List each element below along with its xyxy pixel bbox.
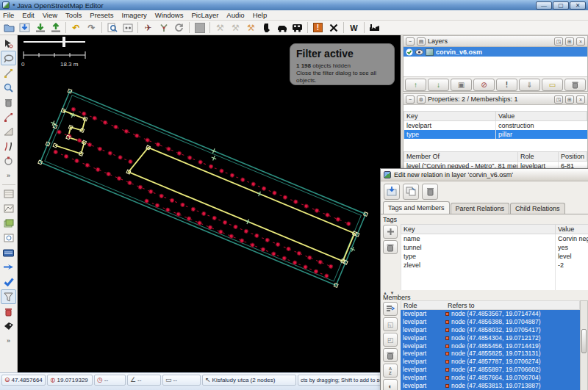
tool-pick-1-button[interactable]: ⚒ — [212, 21, 228, 35]
minimize-button[interactable]: — — [536, 1, 552, 10]
extrude-tool[interactable] — [1, 124, 16, 139]
bus-button[interactable] — [290, 21, 305, 35]
menu-piclayer[interactable]: PicLayer — [191, 11, 218, 19]
selection-panel-toggle[interactable] — [1, 231, 16, 245]
styles-panel-toggle[interactable] — [1, 201, 16, 216]
select-relation-button[interactable] — [403, 184, 419, 200]
layer-merge-button[interactable]: ⇓ — [519, 79, 540, 91]
display-panel-toggle[interactable] — [1, 245, 16, 260]
tab-tags-and-members[interactable]: Tags and Members — [383, 201, 450, 214]
close-panel-icon[interactable]: × — [576, 37, 585, 46]
sticky-icon[interactable]: ◳ — [554, 95, 563, 104]
menu-help[interactable]: Help — [253, 11, 268, 19]
tag-row[interactable]: typelevel — [401, 252, 588, 261]
tool-pick-2-button[interactable]: ⚒ — [228, 21, 243, 35]
menu-audio[interactable]: Audio — [226, 11, 244, 19]
undo-button[interactable]: ↶ — [68, 21, 84, 35]
paste-member-button[interactable]: ◰ — [383, 333, 398, 347]
layer-opacity-button[interactable]: ! — [496, 79, 517, 91]
tagging-preset-button[interactable] — [1, 319, 16, 333]
preferences-button[interactable] — [120, 21, 135, 35]
improve-accuracy-tool[interactable] — [1, 109, 16, 124]
member-row[interactable]: levelpartnode (47.4853813, 19.0713887) — [401, 381, 580, 389]
layer-visible-eye-icon[interactable] — [415, 49, 423, 55]
more-tools-button[interactable]: » — [1, 168, 16, 183]
layer-visibility-button[interactable]: ⊘ — [473, 79, 495, 91]
imagery-placeholder-button[interactable] — [192, 21, 207, 35]
close-button[interactable]: ✕ — [570, 1, 586, 10]
layer-row[interactable]: corvin_v6.osm — [404, 47, 587, 57]
zoom-tool[interactable] — [1, 80, 16, 95]
search-button[interactable] — [104, 21, 120, 35]
delete-tag-button[interactable] — [383, 240, 398, 254]
member-row[interactable]: levelpartnode (47.4853567, 19.0714744) — [401, 310, 580, 318]
menu-presets[interactable]: Presets — [90, 11, 113, 19]
member-row[interactable]: levelpartnode (47.4855825, 19.0713131) — [401, 350, 580, 358]
members-scrollbar[interactable] — [580, 300, 588, 390]
warning-button[interactable]: ! — [310, 21, 326, 35]
tab-parent-relations[interactable]: Parent Relations — [451, 203, 510, 214]
menu-view[interactable]: View — [43, 11, 57, 19]
add-tag-button[interactable] — [383, 225, 398, 239]
more-panels-button[interactable]: » — [1, 333, 16, 348]
apply-button[interactable] — [384, 184, 400, 200]
property-row[interactable]: levelpartconstruction — [404, 121, 587, 131]
delete-relation-button[interactable] — [422, 184, 438, 200]
preset-junction-button[interactable] — [156, 21, 171, 35]
delete-x-button[interactable] — [326, 21, 341, 35]
menu-imagery[interactable]: Imagery — [122, 11, 147, 19]
tag-row[interactable]: zlevel-2 — [401, 261, 588, 270]
menu-windows[interactable]: Windows — [155, 11, 184, 19]
dock-icon[interactable]: ⊞ — [565, 95, 574, 104]
select-tool[interactable] — [1, 36, 16, 51]
parallel-way-tool[interactable] — [1, 139, 16, 154]
tab-child-relations[interactable]: Child Relations — [510, 203, 565, 214]
member-row[interactable]: levelpartnode (47.4857787, 19.0706274) — [401, 358, 580, 366]
factory-button[interactable] — [367, 21, 382, 35]
open-button[interactable] — [1, 21, 17, 35]
menu-edit[interactable]: Edit — [22, 11, 34, 19]
member-row[interactable]: levelpartnode (47.4856388, 19.0704887) — [401, 318, 580, 326]
reverse-members-button[interactable]: ◐ — [383, 379, 398, 390]
property-row-selected[interactable]: typepillar — [404, 130, 587, 139]
copy-member-button[interactable]: ◱ — [383, 317, 398, 331]
inner-yellow-way[interactable] — [129, 144, 354, 261]
member-row[interactable]: levelpartnode (47.4855897, 19.0706602) — [401, 366, 580, 374]
layer-delete-button[interactable] — [564, 79, 586, 91]
move-member-button[interactable] — [383, 302, 398, 316]
scrollbar-thumb[interactable] — [581, 329, 587, 353]
tool-pick-3-button[interactable]: ⚒ — [243, 21, 259, 35]
preset-aerialway-button[interactable]: ✈ — [140, 21, 156, 35]
menu-tools[interactable]: Tools — [65, 11, 82, 19]
reload-button[interactable] — [171, 21, 187, 35]
download-button[interactable] — [32, 21, 48, 35]
draw-node-tool[interactable] — [1, 65, 16, 80]
filter-panel-toggle[interactable] — [1, 289, 16, 304]
create-circle-tool[interactable] — [1, 154, 16, 168]
maximize-button[interactable]: ▢ — [553, 1, 569, 10]
tag-row-empty[interactable] — [401, 270, 588, 278]
dialog-title-bar[interactable]: Edit new relation in layer 'corvin_v6.os… — [381, 169, 588, 181]
map-paint-panel-toggle[interactable] — [1, 187, 16, 201]
purge-button[interactable] — [1, 304, 16, 319]
collapse-icon[interactable]: − — [406, 37, 415, 46]
tag-row-empty[interactable] — [401, 278, 588, 290]
validator-panel-toggle[interactable] — [1, 275, 16, 289]
upload-button[interactable] — [48, 21, 63, 35]
delete-tool[interactable] — [1, 95, 16, 109]
layer-duplicate-button[interactable]: ▣ — [451, 79, 472, 91]
member-row[interactable]: levelpartnode (47.4857664, 19.0706704) — [401, 373, 580, 381]
glove-button[interactable] — [259, 21, 274, 35]
member-row[interactable]: levelpartnode (47.4858032, 19.0705417) — [401, 326, 580, 334]
member-row[interactable]: levelpartnode (47.4855456, 19.0714419) — [401, 342, 580, 350]
close-panel-icon[interactable]: × — [576, 95, 585, 104]
lasso-tool[interactable] — [1, 51, 16, 65]
delete-member-button[interactable] — [383, 348, 398, 362]
imagery-panel-toggle[interactable] — [1, 216, 16, 231]
layer-down-button[interactable]: ↓ — [428, 79, 449, 91]
layer-active-check-icon[interactable] — [406, 48, 413, 56]
menu-file[interactable]: File — [3, 11, 14, 19]
tag-row[interactable]: nameCorvin negyed - Metro — [401, 234, 588, 244]
layer-up-button[interactable]: ↑ — [405, 79, 426, 91]
collapse-icon[interactable]: − — [406, 95, 415, 104]
